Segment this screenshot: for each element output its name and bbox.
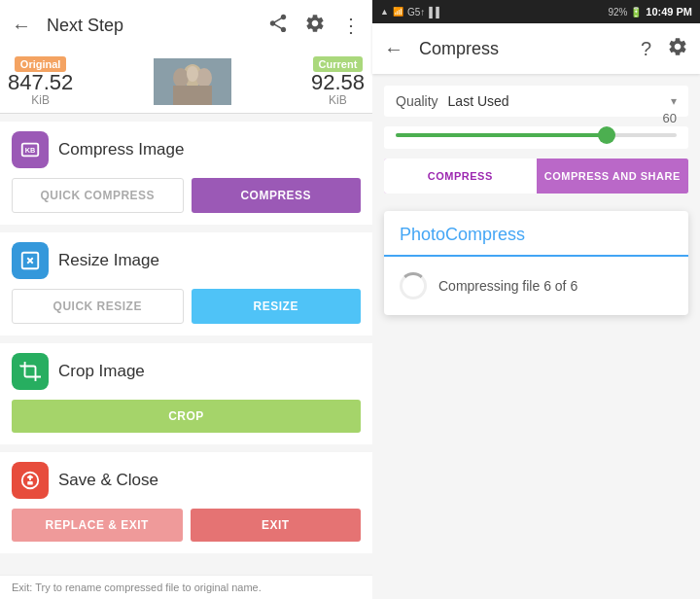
- signal-bars: ▌▌: [429, 7, 442, 18]
- right-help-icon[interactable]: ?: [641, 38, 651, 60]
- quality-slider-container: 60: [384, 126, 688, 149]
- svg-rect-4: [173, 86, 212, 105]
- save-icon: [12, 462, 49, 499]
- image-thumbnail: [154, 58, 231, 105]
- right-back-icon[interactable]: ←: [384, 38, 403, 60]
- svg-point-3: [196, 68, 212, 88]
- loading-spinner: [400, 272, 427, 300]
- crop-section-title: Crop Image: [58, 362, 145, 381]
- left-panel: ← Next Step ⋮ Original 847.52 KiB: [0, 0, 372, 599]
- current-size-number: 92.58: [311, 72, 365, 93]
- more-icon[interactable]: ⋮: [341, 14, 361, 37]
- resize-section-title: Resize Image: [58, 251, 159, 270]
- share-icon[interactable]: [267, 13, 289, 39]
- footer-note: Exit: Try to rename compressed file to o…: [0, 575, 372, 599]
- slider-track[interactable]: [396, 133, 677, 137]
- tab-compress[interactable]: COMPRESS: [384, 159, 537, 194]
- original-size-unit: KiB: [31, 93, 50, 107]
- right-page-title: Compress: [419, 39, 625, 59]
- sections-list: KB Compress Image QUICK COMPRESS COMPRES…: [0, 114, 372, 575]
- back-icon[interactable]: ←: [12, 15, 31, 37]
- exit-button[interactable]: EXIT: [191, 509, 362, 542]
- battery-text: 92% 🔋: [609, 7, 643, 18]
- save-section-title: Save & Close: [58, 471, 158, 490]
- tab-compress-and-share[interactable]: COMPRESS AND SHARE: [537, 159, 689, 194]
- right-panel: ▲ 📶 G5↑ ▌▌ 92% 🔋 10:49 PM ← Compress ? Q…: [372, 0, 700, 599]
- left-header: ← Next Step ⋮: [0, 0, 372, 51]
- resize-section: Resize Image QUICK RESIZE RESIZE: [0, 232, 372, 335]
- slider-value: 60: [396, 111, 677, 125]
- slider-thumb[interactable]: [598, 126, 615, 144]
- compress-section: KB Compress Image QUICK COMPRESS COMPRES…: [0, 122, 372, 225]
- compress-tabs: COMPRESS COMPRESS AND SHARE: [384, 159, 688, 194]
- settings-icon[interactable]: [304, 13, 326, 39]
- crop-section: Crop Image CROP: [0, 343, 372, 444]
- current-size-block: Current 92.58 KiB: [311, 56, 365, 107]
- quality-value[interactable]: Last Used: [448, 93, 661, 109]
- time-display: 10:49 PM: [646, 6, 692, 18]
- dialog-body: Compressing file 6 of 6: [384, 257, 688, 315]
- dialog-message: Compressing file 6 of 6: [438, 278, 578, 294]
- crop-icon: [12, 353, 49, 390]
- current-size-unit: KiB: [329, 93, 347, 107]
- image-bar: Original 847.52 KiB Current 92.58 KiB: [0, 51, 372, 114]
- right-header: ← Compress ?: [372, 23, 700, 74]
- original-size-block: Original 847.52 KiB: [8, 56, 73, 107]
- quick-resize-button[interactable]: QUICK RESIZE: [12, 289, 184, 324]
- original-size-number: 847.52: [8, 72, 73, 93]
- svg-point-2: [173, 68, 189, 88]
- resize-icon: [12, 242, 49, 279]
- signal-icon: 📶: [393, 7, 403, 17]
- resize-button[interactable]: RESIZE: [192, 289, 362, 324]
- compress-section-title: Compress Image: [58, 140, 184, 159]
- svg-rect-10: [27, 481, 33, 485]
- slider-fill: [396, 133, 607, 137]
- right-content: Quality Last Used ▾ 60 COMPRESS COMPRESS…: [372, 74, 700, 599]
- right-settings-icon[interactable]: [667, 36, 688, 62]
- compress-button[interactable]: COMPRESS: [192, 178, 362, 213]
- quick-compress-button[interactable]: QUICK COMPRESS: [12, 178, 184, 213]
- compress-icon: KB: [12, 131, 49, 168]
- quality-label: Quality: [396, 93, 438, 109]
- save-section: Save & Close REPLACE & EXIT EXIT: [0, 452, 372, 553]
- page-title: Next Step: [47, 16, 252, 36]
- network-text: G5↑: [407, 7, 425, 18]
- whatsapp-icon: ▲: [380, 7, 389, 17]
- quality-dropdown-arrow: ▾: [671, 94, 677, 108]
- dialog-title: PhotoCompress: [384, 211, 688, 257]
- svg-text:KB: KB: [25, 146, 36, 155]
- status-bar: ▲ 📶 G5↑ ▌▌ 92% 🔋 10:49 PM: [372, 0, 700, 23]
- compress-dialog: PhotoCompress Compressing file 6 of 6: [384, 211, 688, 315]
- replace-exit-button[interactable]: REPLACE & EXIT: [12, 509, 183, 542]
- crop-button[interactable]: CROP: [12, 400, 361, 433]
- svg-point-5: [187, 66, 198, 82]
